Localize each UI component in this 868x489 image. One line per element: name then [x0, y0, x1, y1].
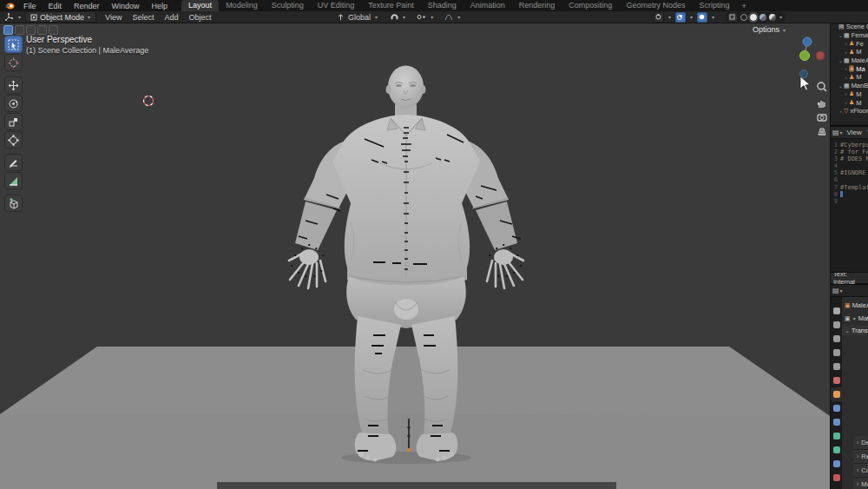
expander-icon[interactable]: › [843, 91, 849, 96]
falloff-curve-icon[interactable] [444, 13, 453, 21]
zoom-view-icon[interactable] [818, 83, 826, 91]
properties-tab-texture[interactable] [831, 471, 842, 485]
expander-icon[interactable]: › [843, 100, 849, 105]
workspace-tab-scripting[interactable]: Scripting [692, 0, 736, 11]
viewport-menu-add[interactable]: Add [159, 13, 183, 22]
editor-type-icon[interactable] [4, 13, 14, 22]
xray-toggle[interactable] [697, 12, 707, 23]
outliner-row[interactable]: ⌄▦MaleA [831, 56, 868, 65]
properties-tab-modifiers[interactable] [831, 401, 842, 415]
workspace-tab-animation[interactable]: Animation [464, 0, 512, 11]
proportional-edit-icon[interactable] [417, 13, 426, 21]
text-menu-view[interactable]: View [847, 129, 862, 136]
add-workspace-button[interactable]: + [741, 2, 746, 10]
properties-tab-output[interactable] [831, 332, 842, 346]
panel-header-collecti[interactable]: ›Collecti [853, 464, 868, 478]
expander-icon[interactable]: › [838, 109, 844, 114]
camera-view-icon[interactable] [818, 115, 826, 121]
annotate-tool[interactable] [4, 154, 23, 171]
move-tool[interactable] [4, 76, 23, 94]
code-area[interactable]: 1#Cyberpunk2# for FemV3# DOES NOT45#IGNO… [831, 139, 868, 205]
expander-icon[interactable]: › [843, 66, 849, 71]
menu-window[interactable]: Window [107, 2, 145, 10]
expander-icon[interactable]: ⌄ [838, 32, 844, 38]
transform-panel-header[interactable]: ⌄ Transfo [842, 326, 868, 335]
text-editor-icon[interactable]: ▤▾ [832, 129, 844, 136]
expander-icon[interactable]: › [843, 50, 849, 55]
workspace-tab-texture-paint[interactable]: Texture Paint [361, 0, 421, 11]
viewport-corner-icon[interactable] [15, 25, 24, 35]
properties-editor-icon[interactable]: ▤▾ [832, 287, 844, 294]
expander-icon[interactable]: ⌄ [838, 83, 844, 89]
outliner-row[interactable]: ›♟M [831, 48, 868, 56]
workspace-tab-geometry-nodes[interactable]: Geometry Nodes [619, 0, 692, 11]
panel-header-relatio[interactable]: ›Relatio [853, 450, 868, 464]
outliner-row[interactable]: ›♟M [831, 90, 868, 99]
cursor-tool[interactable] [4, 54, 23, 71]
add-cube-tool[interactable] [4, 195, 23, 212]
outliner-row[interactable]: ›♟Ma [831, 64, 868, 73]
properties-tab-object[interactable] [831, 387, 842, 401]
outliner-row[interactable]: ›♟Fe [831, 39, 868, 48]
properties-tab-view-layer[interactable] [831, 346, 842, 360]
viewport-corner-icon[interactable] [37, 25, 47, 35]
snap-magnet-icon[interactable] [391, 13, 398, 21]
panel-header-motion[interactable]: ›Motion [853, 478, 868, 489]
viewport-menu-object[interactable]: Object [183, 13, 216, 22]
3d-viewport[interactable]: User Perspective (1) Scene Collection | … [0, 23, 830, 489]
select-box-tool[interactable] [4, 36, 23, 53]
orientation-gizmo[interactable] [800, 37, 825, 78]
transform-tool[interactable] [4, 131, 23, 149]
mode-dropdown[interactable]: Object Mode ▾ [25, 11, 96, 23]
viewport-corner-icon[interactable] [26, 25, 36, 35]
properties-tab-physics[interactable] [831, 429, 842, 443]
expander-icon[interactable]: › [843, 75, 849, 80]
viewport-corner-icon[interactable] [49, 25, 58, 35]
shading-wireframe-button[interactable] [740, 14, 747, 21]
object-name-field[interactable]: ▣ ▾ Mal [842, 314, 868, 322]
outliner-row[interactable]: ⌄▦Femal [831, 31, 868, 40]
outliner-row[interactable]: ›♟M [831, 98, 868, 107]
options-dropdown[interactable]: Options ▾ [753, 25, 786, 34]
menu-render[interactable]: Render [69, 2, 105, 10]
orientation-dropdown[interactable]: Global [348, 13, 371, 22]
panel-header-delta[interactable]: ›Delta [853, 436, 868, 450]
properties-tab-constraints[interactable] [831, 443, 842, 457]
expander-icon[interactable]: › [843, 41, 849, 46]
workspace-tab-shading[interactable]: Shading [421, 0, 464, 11]
workspace-tab-layout[interactable]: Layout [181, 0, 219, 11]
rotate-tool[interactable] [4, 95, 23, 112]
workspace-tab-uv-editing[interactable]: UV Editing [311, 0, 362, 11]
shading-material-button[interactable] [760, 14, 766, 21]
show-gizmo-toggle[interactable] [654, 12, 664, 23]
properties-tab-scene[interactable] [831, 360, 842, 373]
properties-tab-object-data[interactable] [831, 457, 842, 471]
workspace-tab-modeling[interactable]: Modeling [219, 0, 265, 11]
outliner-row[interactable]: ⌄▦ManBi [831, 82, 868, 90]
show-overlays-toggle[interactable] [675, 12, 686, 23]
viewport-menu-view[interactable]: View [100, 13, 127, 22]
perspective-toggle-icon[interactable] [819, 129, 825, 135]
shading-solid-button[interactable] [750, 14, 757, 21]
pan-view-icon[interactable] [819, 101, 825, 108]
outliner-row[interactable]: ›♟M [831, 73, 868, 82]
menu-file[interactable]: File [18, 2, 42, 10]
properties-tab-world[interactable] [831, 373, 842, 387]
menu-edit[interactable]: Edit [43, 2, 68, 10]
shading-rendered-button[interactable] [769, 14, 776, 21]
xray-box-icon[interactable] [727, 12, 738, 23]
viewport-menu-select[interactable]: Select [127, 13, 159, 22]
expander-icon[interactable]: ⌄ [838, 57, 844, 63]
menu-help[interactable]: Help [147, 2, 174, 10]
properties-tab-active-tool[interactable] [831, 304, 842, 318]
workspace-tab-compositing[interactable]: Compositing [562, 0, 619, 11]
outliner-row[interactable]: ▤Scene Co [831, 23, 868, 31]
viewport-corner-icon[interactable] [3, 25, 13, 35]
measure-tool[interactable] [4, 172, 23, 189]
workspace-tab-sculpting[interactable]: Sculpting [265, 0, 311, 11]
scale-tool[interactable] [4, 113, 23, 130]
workspace-tab-rendering[interactable]: Rendering [512, 0, 562, 11]
properties-tab-particles[interactable] [831, 415, 842, 429]
outliner-row[interactable]: ›▽xFloor [831, 107, 868, 116]
floor-plane[interactable] [0, 347, 830, 489]
